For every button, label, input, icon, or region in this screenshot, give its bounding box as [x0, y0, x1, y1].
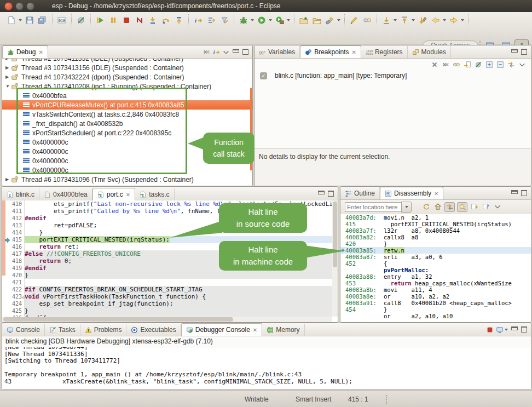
search-button[interactable] [324, 14, 336, 26]
disassembly-row[interactable]: 40083a91:call8 0x40081b20 <heap_caps_mal… [340, 300, 531, 306]
debug-button-dropdown[interactable] [251, 19, 254, 21]
view-menu-button[interactable] [221, 48, 230, 56]
save-button[interactable] [24, 14, 36, 26]
disassembly-listing[interactable]: 40083a7d:movi.n a2, 1415 portEXIT_CRITIC… [340, 214, 531, 322]
tab-close-icon[interactable]: ✕ [38, 49, 43, 55]
view-menu-button[interactable] [493, 202, 502, 211]
window-close-button[interactable] [4, 2, 13, 10]
expand-all-button[interactable] [484, 60, 494, 69]
refresh-button[interactable] [421, 202, 431, 211]
code-line[interactable]: #if CONFIG_FREERTOS_BREAK_ON_SCHEDULER_S… [25, 286, 332, 293]
editor-horizontal-scrollbar[interactable] [2, 317, 332, 322]
tab-variables[interactable]: (x)=Variables [255, 46, 300, 58]
tab-registers[interactable]: 10100101Registers [361, 46, 408, 58]
terminate-console-button[interactable] [485, 325, 494, 334]
forward-button[interactable] [448, 14, 460, 26]
debug-tree-row[interactable]: ▶Thread #2 1073411332 (IDLE) (Suspended … [2, 59, 252, 63]
disassembly-row[interactable]: 415 portEXIT_CRITICAL_NESTED(irqStatus) [340, 221, 531, 227]
next-annotation-button[interactable] [380, 14, 392, 26]
disassembly-row[interactable]: 453 return heap_caps_malloc(xWantedSize [340, 280, 531, 286]
code-line[interactable] [25, 279, 332, 286]
maximize-button[interactable] [519, 48, 529, 56]
tab-memory[interactable]: Memory [262, 324, 304, 336]
disassembly-row[interactable]: 40083a87:srli a3, a0, 6 [340, 254, 531, 260]
disconnect-button[interactable] [134, 14, 146, 26]
tree-expander-icon[interactable]: ▶ [5, 59, 11, 61]
disassembly-row[interactable]: or a2, a10, a10 [340, 313, 531, 319]
skip-all-breakpoints-button[interactable] [75, 14, 87, 26]
tree-expander-icon[interactable]: ▶ [5, 65, 11, 70]
show-breakpoint-types-button[interactable] [452, 60, 461, 69]
debug-tree-row[interactable]: ▶Thread #6 1073431096 (Tmr Svc) (Suspend… [2, 175, 252, 184]
new-wizard-button[interactable] [5, 14, 18, 26]
open-element-button[interactable] [311, 14, 323, 26]
search-button-dropdown[interactable] [337, 19, 340, 21]
breakpoint-checkbox[interactable]: ✓ [260, 72, 267, 79]
save-all-button[interactable] [37, 14, 49, 26]
disassembly-row[interactable]: 40083a7f:l32r a8, 0x40080544 [340, 227, 531, 234]
window-minimize-button[interactable] [15, 2, 24, 10]
terminate-button[interactable] [120, 14, 132, 26]
last-edit-location-button[interactable] [417, 14, 429, 26]
go-to-file-for-breakpoint-button[interactable] [462, 60, 472, 69]
location-dropdown-button[interactable] [401, 202, 412, 213]
tab-close-icon[interactable]: ✕ [434, 191, 438, 197]
editor-tab-tasksc[interactable]: ctasks.c [135, 188, 174, 200]
link-with-debug-view-button[interactable] [506, 60, 516, 69]
editor-tab-blinkc[interactable]: cblink.c [2, 188, 39, 200]
debug-tree-row[interactable]: ▶Thread #3 1073413156 (IDLE) (Suspended … [2, 63, 252, 72]
skip-all-breakpoints-toggle[interactable] [473, 60, 483, 69]
display-selected-console-button[interactable] [495, 325, 504, 334]
remove-all-terminated-button[interactable] [201, 48, 211, 56]
console-output[interactable]: [New Thread 1073468744][New Thread 10734… [2, 347, 531, 389]
previous-annotation-button[interactable] [398, 14, 410, 26]
step-into-button[interactable] [147, 14, 159, 26]
resume-button[interactable] [94, 14, 106, 26]
tab-problems[interactable]: Problems [80, 324, 127, 336]
previous-annotation-button-dropdown[interactable] [412, 19, 415, 21]
debug-tree-row[interactable]: ▶Thread #4 1073432224 (dport) (Suspended… [2, 72, 252, 82]
disassembly-row[interactable]: 454} [340, 306, 531, 313]
view-menu-button[interactable] [517, 60, 527, 69]
disassembly-row[interactable]: 40083a8b:movi a11, 4 [340, 286, 531, 293]
pin-view-button[interactable] [481, 202, 490, 211]
location-input[interactable] [345, 202, 401, 212]
open-new-view-button[interactable] [470, 202, 479, 211]
sync-with-debug-toggle[interactable] [444, 202, 455, 212]
use-step-filters-button[interactable] [218, 14, 230, 26]
maximize-button[interactable] [241, 48, 250, 56]
tab-console[interactable]: Console [2, 324, 45, 336]
disassembly-row[interactable]: 40083a88:entry a1, 32 [340, 273, 531, 280]
toggle-mark-occurrences-button[interactable] [348, 14, 360, 26]
resume-without-signal-button[interactable] [205, 14, 217, 26]
collapse-all-button[interactable] [495, 60, 505, 69]
tab-outline[interactable]: Outline [340, 187, 380, 199]
code-line[interactable]: } [25, 307, 332, 314]
disassembly-row[interactable]: 40083a7d:movi.n a2, 1 [340, 214, 531, 221]
code-line[interactable]: } [25, 272, 332, 279]
remove-all-breakpoints-button[interactable] [441, 60, 450, 69]
code-line[interactable]: void vPortFirstTaskHook(TaskFunction_t f… [25, 293, 332, 300]
window-maximize-button[interactable] [26, 2, 34, 10]
tab-debug[interactable]: Debug ✕ [2, 45, 48, 58]
new-project-button[interactable] [298, 14, 310, 26]
external-tools-button[interactable] [274, 14, 286, 26]
disassembly-row[interactable]: 40083a82:callx8 a8 [340, 234, 531, 240]
maximize-button[interactable] [519, 325, 529, 334]
tab-tasks[interactable]: Tasks [45, 324, 80, 336]
instruction-stepping-toggle[interactable]: i [211, 48, 221, 56]
forward-button-dropdown[interactable] [461, 19, 464, 21]
step-return-button[interactable] [173, 14, 185, 26]
instruction-stepping-button[interactable]: i [192, 14, 204, 26]
maximize-button[interactable] [519, 189, 529, 198]
minimize-button[interactable] [510, 48, 519, 56]
step-over-button[interactable] [160, 14, 172, 26]
maximize-button[interactable] [326, 190, 336, 198]
tree-expander-icon[interactable]: ▶ [5, 177, 11, 182]
binary-file-button[interactable]: 010 [56, 14, 68, 26]
run-button-dropdown[interactable] [269, 19, 272, 21]
run-button[interactable] [256, 14, 268, 26]
toggle-block-selection-button[interactable] [361, 14, 373, 26]
minimize-button[interactable] [231, 48, 240, 56]
status-bar-grip[interactable] [386, 395, 389, 404]
